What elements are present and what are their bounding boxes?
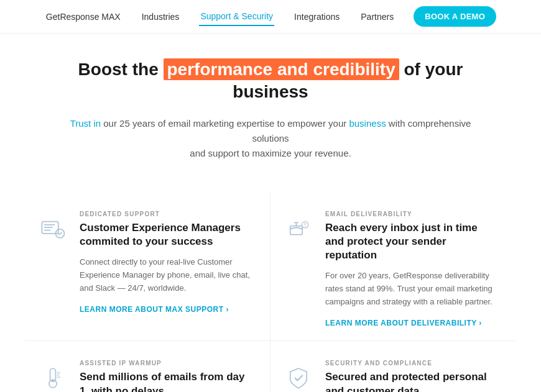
nav-support-security[interactable]: Support & Security [199, 7, 274, 26]
feature-category-deliverability: EMAIL DELIVERABILITY [325, 211, 497, 217]
feature-content-deliverability: EMAIL DELIVERABILITY Reach every inbox j… [325, 211, 497, 329]
feature-title-warmup: Send millions of emails from day 1, with… [80, 370, 251, 392]
feature-title-support: Customer Experience Managers commited to… [80, 221, 251, 248]
feature-link-deliverability[interactable]: LEARN MORE ABOUT DELIVERABILITY › [325, 319, 482, 327]
headline-start: Boost the [78, 60, 164, 79]
nav-industries[interactable]: Industries [141, 8, 181, 25]
support-icon [37, 213, 68, 244]
business-link: business [349, 118, 386, 129]
feature-title-security: Secured and protected personal and custo… [325, 370, 497, 392]
feature-email-deliverability: EMAIL DELIVERABILITY Reach every inbox j… [270, 192, 516, 342]
feature-content-support: DEDICATED SUPPORT Customer Experience Ma… [80, 211, 251, 315]
feature-title-deliverability: Reach every inbox just in time and prote… [325, 221, 497, 262]
feature-link-support[interactable]: LEARN MORE ABOUT MAX SUPPORT › [80, 305, 229, 314]
nav-partners[interactable]: Partners [359, 8, 395, 25]
feature-category-support: DEDICATED SUPPORT [80, 211, 251, 217]
trust-link: Trust in [70, 118, 101, 129]
nav-integrations[interactable]: Integrations [293, 8, 341, 25]
book-demo-button[interactable]: BOOK A DEMO [414, 6, 496, 27]
feature-desc-support: Connect directly to your real-live Custo… [80, 256, 251, 294]
nav-getresponse-max[interactable]: GetResponse MAX [45, 8, 122, 25]
hero-headline: Boost the performance and credibility of… [50, 58, 491, 104]
features-grid: DEDICATED SUPPORT Customer Experience Ma… [0, 180, 541, 392]
security-icon [283, 362, 314, 392]
feature-content-security: SECURITY AND COMPLIANCE Secured and prot… [325, 360, 497, 392]
deliverability-icon [283, 213, 314, 244]
hero-description: Trust in our 25 years of email marketing… [59, 116, 482, 161]
feature-ip-warmup: ASSISTED IP WARMUP Send millions of emai… [25, 341, 270, 392]
feature-security-compliance: SECURITY AND COMPLIANCE Secured and prot… [270, 341, 516, 392]
main-navigation: GetResponse MAX Industries Support & Sec… [0, 0, 541, 34]
feature-content-warmup: ASSISTED IP WARMUP Send millions of emai… [80, 360, 251, 392]
feature-category-warmup: ASSISTED IP WARMUP [80, 360, 251, 367]
feature-desc-deliverability: For over 20 years, GetResponse deliverab… [325, 270, 497, 308]
warmup-icon [37, 362, 68, 392]
feature-dedicated-support: DEDICATED SUPPORT Customer Experience Ma… [25, 192, 270, 342]
feature-category-security: SECURITY AND COMPLIANCE [325, 360, 497, 367]
svg-point-7 [305, 226, 305, 226]
headline-highlight: performance and credibility [164, 58, 399, 80]
hero-section: Boost the performance and credibility of… [0, 34, 541, 180]
